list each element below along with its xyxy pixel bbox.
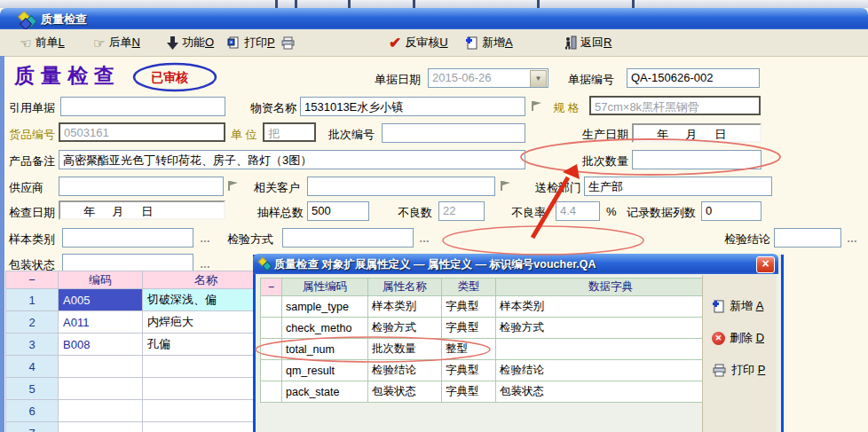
voucher-no-input[interactable]: QA-150626-002 <box>627 68 760 88</box>
unapprove-button[interactable]: ✔ 反审核U <box>389 33 448 52</box>
back-button[interactable]: 返回R <box>564 33 612 52</box>
code-cell[interactable] <box>59 400 143 422</box>
attr-type-cell[interactable]: 字典型 <box>442 318 496 339</box>
code-cell-selected[interactable]: A005 <box>59 289 143 311</box>
dialog-titlebar[interactable]: 质量检查 对象扩展属性定义 — 属性定义 — 标识编号voucher.QA × <box>253 254 778 274</box>
data-dict-cell[interactable]: 包装状态 <box>496 381 726 403</box>
spec-input[interactable]: 57cm×8k黑杆黑钢骨 <box>589 96 761 115</box>
row-label[interactable] <box>261 296 282 318</box>
defect-count-input[interactable]: 22 <box>438 201 485 221</box>
data-dict-cell[interactable]: 样本类别 <box>496 296 726 318</box>
data-dict-cell[interactable] <box>496 339 726 360</box>
code-cell[interactable]: B008 <box>59 334 143 356</box>
record-columns-input[interactable]: 0 <box>701 201 761 221</box>
ref-voucher-input[interactable] <box>60 97 225 116</box>
attr-type-cell[interactable]: 字典型 <box>442 360 496 381</box>
check-date-input[interactable]: 年 月 日 <box>59 200 225 220</box>
check-method-picker-button[interactable]: … <box>419 232 430 245</box>
dialog-add-button[interactable]: 新增 A <box>712 298 763 314</box>
dialog-print-button[interactable]: 打印 P <box>712 362 765 378</box>
row-number[interactable]: 6 <box>6 400 59 422</box>
check-result-input[interactable] <box>774 228 841 247</box>
attr-type-cell[interactable]: 字典型 <box>442 296 496 318</box>
dropdown-arrow-icon[interactable]: ▼ <box>530 70 547 88</box>
table-row[interactable]: pack_state 包装状态 字典型 包装状态 <box>261 381 726 403</box>
defect-rate-input[interactable]: 4.4 <box>556 201 600 221</box>
row-number[interactable]: 5 <box>6 378 59 400</box>
window-titlebar[interactable]: 质量检查 <box>0 8 868 29</box>
table-row[interactable]: qm_result 检验结论 字典型 检验结论 <box>261 360 726 381</box>
batch-qty-input[interactable] <box>632 150 761 169</box>
flag-icon[interactable] <box>228 180 240 192</box>
attr-name-cell[interactable]: 批次数量 <box>368 339 442 360</box>
name-cell[interactable]: 内焊疤大 <box>143 311 270 334</box>
inspection-dept-input[interactable]: 生产部 <box>584 177 772 196</box>
attr-name-header[interactable]: 属性名称 <box>368 279 442 296</box>
check-result-picker-button[interactable]: … <box>847 232 858 245</box>
flag-icon[interactable] <box>501 180 512 192</box>
row-number[interactable]: 7 <box>6 422 59 432</box>
row-label[interactable] <box>261 318 282 339</box>
name-cell[interactable] <box>143 422 270 432</box>
attr-code-cell[interactable]: total_num <box>282 339 368 360</box>
printer-quick-button[interactable] <box>280 33 296 52</box>
name-cell[interactable] <box>143 378 270 400</box>
data-dict-cell[interactable]: 检验结论 <box>496 360 726 381</box>
name-cell[interactable]: 切破深浅、偏 <box>143 289 270 311</box>
check-method-input[interactable] <box>282 228 414 247</box>
print-button[interactable]: 打印P <box>227 33 275 52</box>
attr-name-cell[interactable]: 检验方式 <box>368 318 442 339</box>
attr-code-cell[interactable]: check_metho <box>282 318 368 339</box>
related-customer-input[interactable] <box>307 177 495 196</box>
row-number[interactable]: 1 <box>6 289 59 311</box>
code-cell[interactable] <box>59 378 143 400</box>
name-cell[interactable]: 孔偏 <box>143 334 270 356</box>
attr-type-cell[interactable]: 字典型 <box>442 381 496 403</box>
row-number[interactable]: 4 <box>6 356 59 378</box>
name-cell[interactable] <box>143 356 270 378</box>
item-no-input[interactable]: 0503161 <box>59 122 225 142</box>
code-cell[interactable] <box>59 422 143 432</box>
table-row[interactable]: check_metho 检验方式 字典型 检验方式 <box>261 318 726 339</box>
prev-voucher-button[interactable]: ☜ 前单L <box>20 33 65 52</box>
prod-date-input[interactable]: 年 月 日 <box>632 123 761 143</box>
add-voucher-button[interactable]: 新增A <box>465 33 513 52</box>
unit-input[interactable]: 把 <box>263 122 316 142</box>
row-number[interactable]: 2 <box>6 311 59 334</box>
next-voucher-button[interactable]: ☞ 后单N <box>93 33 140 52</box>
voucher-date-select[interactable]: 2015-06-26 ▼ <box>428 68 548 88</box>
data-dict-header[interactable]: 数据字典 <box>496 279 726 296</box>
product-remark-input[interactable]: 高密聚酯亚光色丁转印荷花、房子、路灯（3图） <box>59 150 525 169</box>
row-header[interactable]: − <box>6 271 59 289</box>
supplier-input[interactable] <box>59 177 224 196</box>
code-cell[interactable] <box>59 356 143 378</box>
code-cell[interactable]: A011 <box>59 311 143 334</box>
close-icon[interactable]: × <box>756 256 775 273</box>
data-dict-cell[interactable]: 检验方式 <box>496 318 726 339</box>
attr-name-cell[interactable]: 检验结论 <box>368 360 442 381</box>
batch-no-input[interactable] <box>382 123 525 143</box>
attr-code-cell[interactable]: qm_result <box>282 360 368 381</box>
attr-code-cell[interactable]: sample_type <box>282 296 368 318</box>
code-column-header[interactable]: 编码 <box>59 271 143 289</box>
row-header[interactable]: − <box>261 279 282 296</box>
row-label[interactable] <box>261 360 282 381</box>
name-column-header[interactable]: 名称 <box>143 271 270 289</box>
attr-code-cell[interactable]: pack_state <box>282 381 368 403</box>
attr-type-cell[interactable]: 整型 <box>442 339 496 360</box>
material-name-input[interactable]: 1531013E水乡小镇 <box>300 97 525 116</box>
attr-code-header[interactable]: 属性编码 <box>282 279 368 296</box>
name-cell[interactable] <box>143 400 270 422</box>
pack-state-picker-button[interactable]: … <box>200 258 211 271</box>
functions-button[interactable]: 功能O <box>167 33 214 52</box>
table-row[interactable]: total_num 批次数量 整型 <box>261 339 726 360</box>
sample-total-input[interactable]: 500 <box>307 201 369 221</box>
row-label[interactable] <box>261 381 282 403</box>
row-number[interactable]: 3 <box>6 334 59 356</box>
sample-type-input[interactable] <box>62 228 193 247</box>
dialog-delete-button[interactable]: ✕ 删除 D <box>712 330 764 346</box>
flag-icon[interactable] <box>532 100 543 112</box>
sample-type-picker-button[interactable]: … <box>200 232 211 245</box>
row-label[interactable] <box>261 339 282 360</box>
attr-type-header[interactable]: 类型 <box>442 279 496 296</box>
